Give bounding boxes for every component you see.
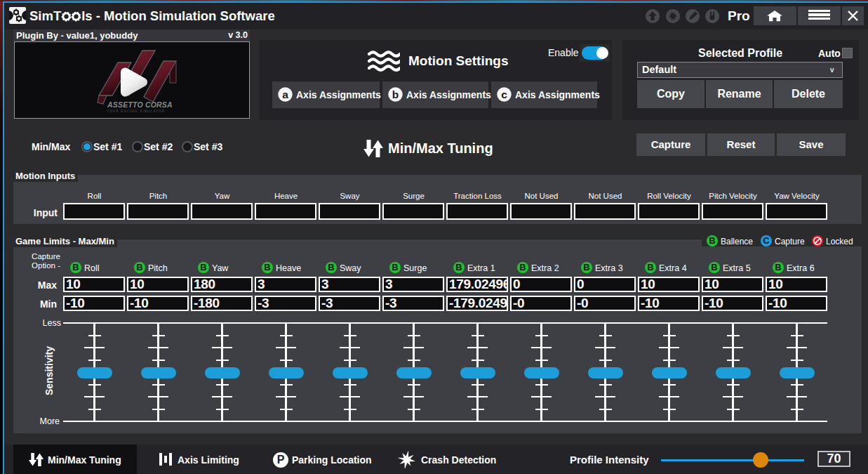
svg-text:b: b (392, 88, 399, 100)
svg-text:YOUR RACING SIMULATOR: YOUR RACING SIMULATOR (107, 110, 165, 113)
svg-text:ASSETTO CORSA: ASSETTO CORSA (107, 100, 173, 109)
svg-text:c: c (501, 88, 507, 100)
svg-text:a: a (282, 88, 288, 100)
